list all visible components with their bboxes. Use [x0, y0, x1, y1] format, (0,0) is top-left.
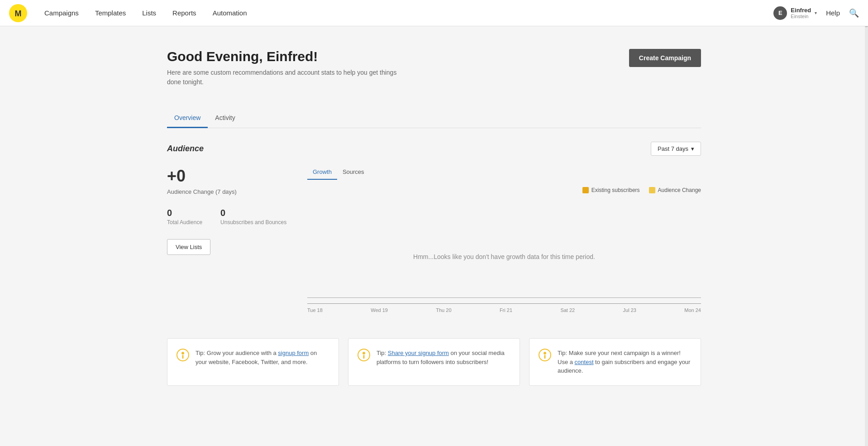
chart-tabs: Growth Sources [307, 167, 701, 180]
x-label-5: Jul 23 [623, 307, 636, 313]
unsubscribes-value: 0 [220, 208, 286, 218]
svg-text:M: M [15, 9, 22, 18]
tips-section: Tip: Grow your audience with a signup fo… [167, 338, 701, 386]
tip-icon-0 [176, 349, 189, 361]
audience-change-label: Audience Change (7 days) [167, 188, 294, 195]
nav-item-reports[interactable]: Reports [164, 0, 205, 26]
svg-point-6 [362, 352, 365, 355]
avatar: E [773, 6, 787, 20]
create-campaign-button[interactable]: Create Campaign [629, 49, 701, 67]
header-row: Good Evening, Einfred! Here are some cus… [167, 49, 701, 87]
tab-activity[interactable]: Activity [208, 110, 242, 128]
x-label-4: Sat 22 [560, 307, 575, 313]
tip-text-0: Tip: Grow your audience with a signup fo… [196, 349, 329, 366]
navbar: M Campaigns Templates Lists Reports Auto… [0, 0, 868, 26]
x-label-3: Fri 21 [500, 307, 512, 313]
nav-item-automation[interactable]: Automation [205, 0, 255, 26]
search-icon[interactable]: 🔍 [849, 8, 859, 18]
tab-overview[interactable]: Overview [167, 110, 208, 128]
audience-left: +0 Audience Change (7 days) 0 Total Audi… [167, 167, 294, 316]
tip-icon-1 [358, 349, 370, 361]
tip-link-0[interactable]: signup form [278, 350, 309, 356]
nav-right: E Einfred Einstein ▾ Help 🔍 [773, 6, 859, 20]
audience-content: +0 Audience Change (7 days) 0 Total Audi… [167, 167, 701, 316]
chart-tab-growth[interactable]: Growth [307, 167, 337, 180]
unsubscribes-label: Unsubscribes and Bounces [220, 219, 286, 225]
x-label-0: Tue 18 [307, 307, 323, 313]
nav-item-campaigns[interactable]: Campaigns [36, 0, 87, 26]
audience-change-value: +0 [167, 167, 294, 186]
audience-title: Audience [167, 144, 204, 153]
chart-legend: Existing subscribers Audience Change [307, 187, 701, 193]
x-label-6: Mon 24 [684, 307, 701, 313]
chart-x-axis-labels: Tue 18 Wed 19 Thu 20 Fri 21 Sat 22 Jul 2… [307, 303, 701, 313]
chart-x-axis: Tue 18 Wed 19 Thu 20 Fri 21 Sat 22 Jul 2… [307, 297, 701, 313]
tip-text-1: Tip: Share your signup form on your soci… [377, 349, 510, 366]
tip-icon-2 [539, 349, 551, 361]
audience-header: Audience Past 7 days ▾ [167, 142, 701, 156]
tip-text-before-1: Tip: [377, 350, 388, 356]
legend-label-existing: Existing subscribers [591, 187, 640, 193]
main-tabs: Overview Activity [167, 110, 701, 128]
period-label: Past 7 days [658, 145, 688, 152]
nav-user[interactable]: E Einfred Einstein ▾ [773, 6, 817, 20]
nav-user-info: Einfred Einstein [791, 7, 811, 19]
legend-dot-change [649, 187, 655, 193]
total-audience-value: 0 [167, 208, 202, 218]
view-lists-button[interactable]: View Lists [167, 239, 210, 255]
audience-stats: 0 Total Audience 0 Unsubscribes and Boun… [167, 208, 294, 225]
tip-text-before-0: Tip: Grow your audience with a [196, 350, 278, 356]
total-audience-label: Total Audience [167, 219, 202, 225]
chart-no-data-message: Hmm...Looks like you don't have growth d… [413, 253, 595, 260]
svg-rect-10 [544, 355, 546, 359]
nav-item-lists[interactable]: Lists [134, 0, 164, 26]
unsubscribes-stat: 0 Unsubscribes and Bounces [220, 208, 286, 225]
total-audience-stat: 0 Total Audience [167, 208, 202, 225]
chart-tab-sources[interactable]: Sources [337, 167, 370, 180]
nav-item-templates[interactable]: Templates [87, 0, 134, 26]
tip-link-1[interactable]: Share your signup form [388, 350, 449, 356]
tip-card-2: Tip: Make sure your next campaign is a w… [529, 338, 701, 386]
nav-help[interactable]: Help [826, 9, 840, 17]
greeting-subtitle: Here are some custom recommendations and… [167, 68, 402, 87]
nav-username: Einfred [791, 7, 811, 14]
period-dropdown[interactable]: Past 7 days ▾ [651, 142, 701, 156]
x-label-2: Thu 20 [436, 307, 451, 313]
header-text: Good Evening, Einfred! Here are some cus… [167, 49, 402, 87]
x-label-1: Wed 19 [371, 307, 388, 313]
tip-link-2[interactable]: contest [575, 359, 594, 365]
tip-text-2: Tip: Make sure your next campaign is a w… [558, 349, 692, 375]
nav-items: Campaigns Templates Lists Reports Automa… [36, 0, 773, 26]
svg-point-3 [181, 352, 184, 355]
legend-existing-subscribers: Existing subscribers [582, 187, 640, 193]
audience-chart: Growth Sources Existing subscribers Audi… [294, 167, 701, 316]
chart-area: Hmm...Looks like you don't have growth d… [307, 198, 701, 316]
svg-rect-7 [363, 355, 365, 359]
svg-point-9 [544, 352, 546, 355]
user-chevron-icon: ▾ [815, 10, 817, 15]
tip-card-1: Tip: Share your signup form on your soci… [348, 338, 520, 386]
legend-dot-existing [582, 187, 589, 193]
nav-subname: Einstein [791, 14, 811, 19]
legend-label-change: Audience Change [658, 187, 701, 193]
main-content: Good Evening, Einfred! Here are some cus… [149, 26, 719, 404]
page-scrollbar[interactable] [865, 0, 868, 446]
svg-rect-4 [182, 355, 184, 359]
legend-audience-change: Audience Change [649, 187, 701, 193]
greeting-title: Good Evening, Einfred! [167, 49, 402, 64]
tip-card-0: Tip: Grow your audience with a signup fo… [167, 338, 339, 386]
audience-section: Audience Past 7 days ▾ +0 Audience Chang… [167, 142, 701, 316]
period-chevron-icon: ▾ [691, 145, 694, 152]
logo[interactable]: M [9, 4, 27, 22]
